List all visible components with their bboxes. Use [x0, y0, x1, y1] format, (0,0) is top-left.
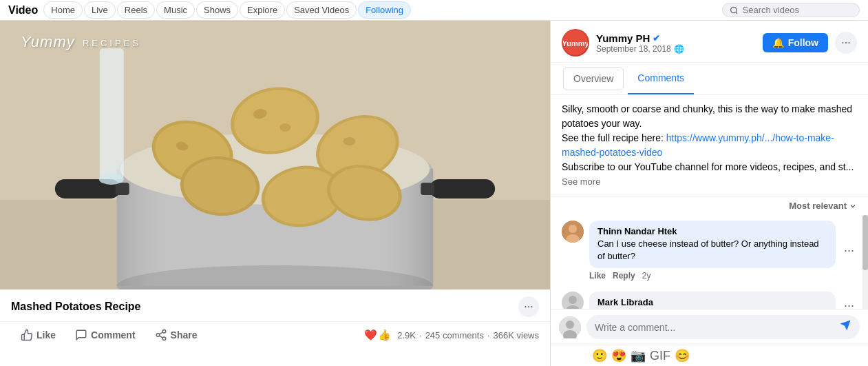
separator2: ·: [487, 330, 490, 340]
emoji-camera[interactable]: 📷: [631, 348, 646, 363]
reaction-info: ❤️ 👍 2.9K · 245 comments · 366K views: [364, 329, 539, 341]
follow-bell-icon: 🔔: [772, 37, 784, 48]
svg-line-1: [736, 12, 737, 13]
chevron-down-icon: [849, 202, 857, 210]
search-input[interactable]: [743, 5, 852, 15]
verified-badge: ✔: [653, 33, 660, 43]
tabs-row: Overview Comments: [551, 63, 868, 95]
video-thumbnail[interactable]: Yummy RECIPES: [0, 21, 550, 289]
search-icon: [730, 6, 739, 15]
comments-list[interactable]: Thinn Nandar Htek Can I use cheese inste…: [551, 215, 868, 309]
like-button[interactable]: Like: [11, 325, 65, 345]
description-area: Silky, smooth or coarse and chunky, this…: [551, 95, 868, 196]
comment-text-1: Can I use cheese instead of butter? Or a…: [597, 238, 827, 263]
svg-point-24: [343, 137, 355, 145]
comment-item: Thinn Nandar Htek Can I use cheese inste…: [556, 215, 862, 286]
video-scene: [0, 21, 550, 289]
description-text1: Silky, smooth or coarse and chunky, this…: [562, 102, 857, 131]
follow-button[interactable]: 🔔 Follow: [763, 33, 828, 52]
like-icon: [21, 329, 33, 341]
comment-content-2: Mark Librada ...: [589, 292, 836, 309]
see-more-button[interactable]: See more: [562, 176, 600, 187]
comments-panel: Yummy Yummy PH ✔ September 18, 2018 🌐 🔔 …: [551, 21, 868, 366]
svg-point-14: [99, 174, 124, 185]
share-button[interactable]: Share: [145, 325, 207, 345]
share-icon: [155, 329, 167, 341]
tab-overview[interactable]: Overview: [563, 67, 624, 90]
tab-comments[interactable]: Comments: [628, 63, 694, 94]
nav-music[interactable]: Music: [156, 1, 195, 19]
send-icon: [839, 319, 851, 332]
emoji-smiley[interactable]: 🙂: [592, 348, 607, 363]
svg-rect-11: [421, 183, 434, 195]
channel-name-text: Yummy PH: [596, 32, 650, 44]
top-navigation: Video Home Live Reels Music Shows Explor…: [0, 0, 868, 21]
views-count: 366K views: [494, 330, 539, 340]
video-more-button[interactable]: ···: [518, 296, 539, 317]
comment-author-1: Thinn Nandar Htek: [597, 226, 827, 236]
svg-point-32: [156, 334, 160, 337]
send-comment-button[interactable]: [839, 319, 851, 335]
nav-items: Home Live Reels Music Shows Explore Save…: [43, 1, 411, 19]
svg-text:Yummy: Yummy: [563, 39, 588, 48]
follow-label: Follow: [788, 37, 818, 48]
svg-point-31: [162, 330, 166, 334]
channel-more-button[interactable]: ···: [835, 32, 857, 54]
svg-point-39: [569, 225, 577, 233]
nav-reels[interactable]: Reels: [117, 1, 155, 19]
channel-name-row: Yummy PH ✔: [596, 32, 756, 44]
video-title: Mashed Potatoes Recipe: [11, 301, 141, 313]
commenter-avatar-icon-1: [562, 221, 584, 243]
channel-info: Yummy PH ✔ September 18, 2018 🌐: [596, 32, 756, 54]
comment-avatar-2: [562, 292, 584, 309]
nav-following[interactable]: Following: [358, 1, 411, 19]
svg-line-34: [159, 336, 162, 338]
separator: ·: [419, 330, 422, 340]
nav-explore[interactable]: Explore: [240, 1, 285, 19]
comment-button[interactable]: Comment: [65, 325, 145, 345]
video-panel: Yummy RECIPES Mashed Potatoes Recipe ···…: [0, 21, 551, 366]
scrollbar-track: [862, 215, 868, 309]
comment-like-1[interactable]: Like: [589, 271, 606, 281]
svg-point-33: [162, 337, 166, 340]
comment-author-2: Mark Librada: [597, 297, 827, 307]
comments-count: 245 comments: [425, 330, 484, 340]
scrollbar-thumb[interactable]: [862, 215, 868, 270]
emoji-gif[interactable]: GIF: [650, 349, 670, 363]
globe-icon: 🌐: [674, 44, 684, 54]
description-link-row: See the full recipe here: https://www.yu…: [562, 131, 857, 160]
description-text2: See the full recipe here:: [562, 132, 666, 143]
brand-name: Yummy: [21, 33, 75, 50]
nav-saved-videos[interactable]: Saved Videos: [286, 1, 357, 19]
comment-reply-1[interactable]: Reply: [613, 271, 635, 281]
comment-more-1[interactable]: ···: [841, 243, 857, 258]
comment-bubble-2: Mark Librada ...: [589, 292, 836, 309]
commenter-avatar-icon-2: [562, 292, 584, 309]
main-layout: Yummy RECIPES Mashed Potatoes Recipe ···…: [0, 21, 868, 366]
search-bar: [722, 3, 860, 17]
video-brand-overlay: Yummy RECIPES: [21, 33, 141, 51]
channel-avatar: Yummy: [562, 29, 589, 57]
nav-live[interactable]: Live: [84, 1, 116, 19]
sort-button[interactable]: Most relevant: [789, 201, 857, 211]
comment-more-2[interactable]: ···: [841, 298, 857, 309]
nav-home[interactable]: Home: [43, 1, 83, 19]
comment-bubble-1: Thinn Nandar Htek Can I use cheese inste…: [589, 221, 836, 268]
sort-label: Most relevant: [789, 201, 847, 211]
comment-content-1: Thinn Nandar Htek Can I use cheese inste…: [589, 221, 836, 281]
emoji-heart-eyes[interactable]: 😍: [611, 348, 626, 363]
share-label: Share: [171, 329, 198, 340]
like-label: Like: [36, 329, 56, 340]
comment-input-wrap: [586, 315, 860, 339]
channel-header: Yummy Yummy PH ✔ September 18, 2018 🌐 🔔 …: [551, 21, 868, 63]
comment-input[interactable]: [595, 322, 839, 333]
channel-meta: September 18, 2018 🌐: [596, 44, 756, 54]
app-title: Video: [8, 4, 38, 17]
svg-line-35: [159, 332, 162, 334]
comment-time-1: 2y: [642, 271, 651, 281]
nav-shows[interactable]: Shows: [196, 1, 238, 19]
video-info: Mashed Potatoes Recipe ···: [0, 289, 550, 321]
comment-actions-1: Like Reply 2y: [589, 271, 836, 281]
svg-point-42: [569, 296, 577, 304]
emoji-sticker[interactable]: 😊: [675, 348, 690, 363]
